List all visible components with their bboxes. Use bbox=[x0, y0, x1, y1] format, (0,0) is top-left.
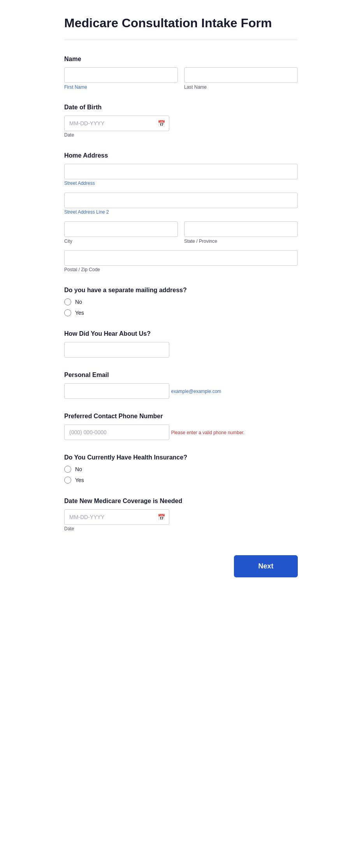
referral-section-label: How Did You Hear About Us? bbox=[64, 330, 298, 337]
street-address-label: Street Address bbox=[64, 181, 95, 186]
city-group: City bbox=[64, 221, 178, 244]
phone-section: Preferred Contact Phone Number Please en… bbox=[64, 413, 298, 440]
street-address-2-input[interactable] bbox=[64, 193, 298, 208]
coverage-date-field-label: Date bbox=[64, 526, 74, 531]
coverage-date-input[interactable] bbox=[64, 509, 169, 525]
header-divider bbox=[64, 40, 298, 40]
street-address-input[interactable] bbox=[64, 164, 298, 179]
mailing-address-no-option[interactable]: No bbox=[64, 298, 298, 305]
health-insurance-yes-label: Yes bbox=[75, 477, 84, 483]
name-section: Name First Name Last Name bbox=[64, 56, 298, 90]
mailing-address-question: Do you have a separate mailing address? bbox=[64, 287, 298, 294]
next-button[interactable]: Next bbox=[234, 555, 298, 577]
home-address-section: Home Address Street Address Street Addre… bbox=[64, 152, 298, 273]
dob-section: Date of Birth 📅 Date bbox=[64, 104, 298, 138]
name-section-label: Name bbox=[64, 56, 298, 63]
mailing-address-yes-radio[interactable] bbox=[64, 309, 71, 316]
state-group: State / Province bbox=[184, 221, 298, 244]
health-insurance-no-label: No bbox=[75, 466, 82, 472]
health-insurance-radio-group: No Yes bbox=[64, 466, 298, 484]
street-address-2-label: Street Address Line 2 bbox=[64, 209, 109, 215]
email-section-label: Personal Email bbox=[64, 372, 298, 379]
referral-input[interactable] bbox=[64, 342, 169, 358]
phone-section-label: Preferred Contact Phone Number bbox=[64, 413, 298, 420]
home-address-section-label: Home Address bbox=[64, 152, 298, 159]
coverage-date-input-wrapper: 📅 bbox=[64, 509, 169, 525]
state-input[interactable] bbox=[184, 221, 298, 237]
phone-error-text: Please enter a valid phone number. bbox=[171, 430, 244, 435]
referral-section: How Did You Hear About Us? bbox=[64, 330, 298, 358]
dob-input-wrapper: 📅 bbox=[64, 116, 169, 131]
first-name-group: First Name bbox=[64, 67, 178, 90]
city-input[interactable] bbox=[64, 221, 178, 237]
health-insurance-no-radio[interactable] bbox=[64, 466, 71, 473]
next-button-row: Next bbox=[64, 547, 298, 577]
dob-section-label: Date of Birth bbox=[64, 104, 298, 111]
health-insurance-yes-radio[interactable] bbox=[64, 477, 71, 484]
health-insurance-section: Do You Currently Have Health Insurance? … bbox=[64, 454, 298, 484]
state-label: State / Province bbox=[184, 238, 298, 244]
zip-input[interactable] bbox=[64, 250, 298, 266]
mailing-address-section: Do you have a separate mailing address? … bbox=[64, 287, 298, 316]
mailing-address-radio-group: No Yes bbox=[64, 298, 298, 316]
zip-label: Postal / Zip Code bbox=[64, 267, 100, 272]
city-label: City bbox=[64, 238, 178, 244]
last-name-input[interactable] bbox=[184, 67, 298, 83]
mailing-address-no-radio[interactable] bbox=[64, 298, 71, 305]
coverage-date-section-label: Date New Medicare Coverage is Needed bbox=[64, 498, 298, 505]
email-section: Personal Email example@example.com bbox=[64, 372, 298, 399]
health-insurance-no-option[interactable]: No bbox=[64, 466, 298, 473]
email-input[interactable] bbox=[64, 383, 169, 399]
health-insurance-yes-option[interactable]: Yes bbox=[64, 477, 298, 484]
dob-field-label: Date bbox=[64, 132, 74, 138]
mailing-address-no-label: No bbox=[75, 299, 82, 305]
page-title: Medicare Consultation Intake Form bbox=[64, 16, 298, 30]
health-insurance-question: Do You Currently Have Health Insurance? bbox=[64, 454, 298, 461]
last-name-group: Last Name bbox=[184, 67, 298, 90]
email-placeholder-label: example@example.com bbox=[171, 389, 221, 394]
coverage-date-section: Date New Medicare Coverage is Needed 📅 D… bbox=[64, 498, 298, 532]
phone-input[interactable] bbox=[64, 424, 169, 440]
first-name-label: First Name bbox=[64, 84, 178, 90]
dob-input[interactable] bbox=[64, 116, 169, 131]
mailing-address-yes-option[interactable]: Yes bbox=[64, 309, 298, 316]
mailing-address-yes-label: Yes bbox=[75, 310, 84, 316]
last-name-label: Last Name bbox=[184, 84, 298, 90]
first-name-input[interactable] bbox=[64, 67, 178, 83]
